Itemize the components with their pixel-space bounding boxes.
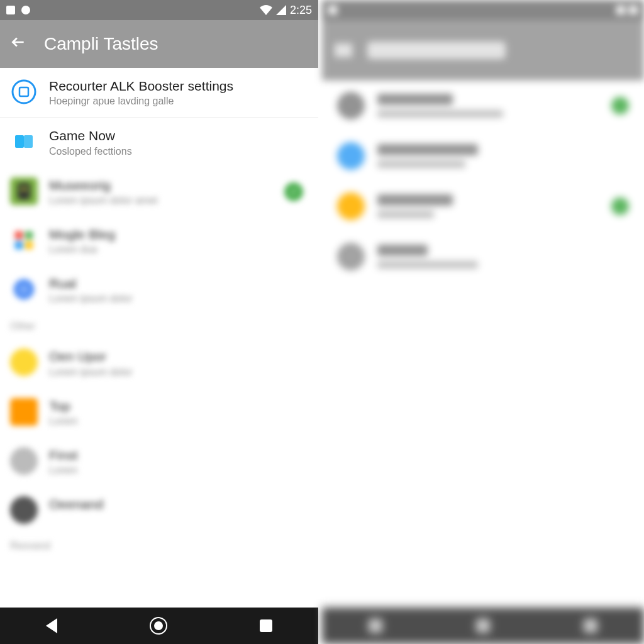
nav-back-button[interactable] [46, 618, 57, 633]
item-subtitle: Lorem dua [49, 244, 308, 255]
nav-bar [0, 608, 318, 644]
app-toolbar [322, 20, 644, 80]
svg-rect-3 [24, 135, 33, 148]
list-item[interactable]: Recourter ALK Booster settings Hoepingr … [0, 68, 318, 118]
check-badge-icon [611, 197, 629, 215]
item-title: Finst [49, 447, 308, 464]
section-header: Reovand [0, 534, 318, 558]
item-subtitle: Cosloped fecttions [49, 146, 308, 157]
app-icon [337, 192, 365, 220]
list-item[interactable] [322, 181, 644, 231]
item-subtitle: Lorem ipsum dolor [49, 293, 308, 304]
item-subtitle: Lorem [49, 416, 308, 427]
check-badge-icon [611, 97, 629, 114]
svg-rect-1 [19, 87, 28, 96]
nav-home-button[interactable] [150, 617, 167, 635]
check-badge-icon: ✓ [284, 182, 303, 201]
list-item[interactable]: Museeorig Lorem ipsum dolor amet ✓ [0, 167, 318, 216]
list-item[interactable] [322, 231, 644, 282]
list-item[interactable]: Top Lorem [0, 388, 318, 437]
nav-recent-button[interactable] [584, 619, 597, 633]
svg-rect-4 [18, 183, 30, 199]
item-title: Recourter ALK Booster settings [49, 78, 308, 94]
app-icon [337, 243, 365, 270]
svg-rect-2 [15, 135, 24, 148]
status-bar: 2:25 [0, 0, 318, 20]
wifi-icon [260, 5, 272, 15]
app-icon [10, 447, 38, 475]
page-title [367, 42, 506, 59]
app-icon [10, 275, 38, 303]
list-item[interactable]: Rual Lorem ipsum dolor [0, 265, 318, 314]
svg-rect-6 [25, 231, 33, 239]
app-icon [10, 398, 38, 426]
menu-icon[interactable] [335, 43, 352, 57]
booster-icon [10, 78, 38, 106]
item-subtitle: Hoepingr apue lavding galle [49, 96, 308, 107]
app-icon [337, 92, 365, 119]
status-notification-icon [6, 6, 15, 14]
page-title: Campli Tastles [44, 34, 158, 54]
nav-back-button[interactable] [369, 619, 382, 633]
settings-list [322, 80, 644, 608]
list-item[interactable]: Game Now Cosloped fecttions [0, 118, 318, 167]
app-icon [337, 142, 365, 170]
nav-bar [322, 608, 644, 644]
settings-list: Recourter ALK Booster settings Hoepingr … [0, 68, 318, 608]
item-title: Oeenand [49, 496, 308, 513]
nav-recent-button[interactable] [260, 619, 272, 632]
app-icon [10, 496, 38, 524]
app-icon [10, 177, 38, 205]
list-item[interactable]: Oeenand [0, 486, 318, 534]
item-subtitle: Lorem ipsum dolor [49, 367, 308, 378]
left-phone-screen: 2:25 Campli Tastles Recourter ALK Booste… [0, 0, 322, 644]
clock: 2:25 [290, 4, 312, 17]
svg-point-0 [13, 80, 35, 103]
status-notification-icon [21, 6, 30, 14]
svg-rect-7 [15, 242, 23, 249]
svg-rect-8 [25, 242, 33, 249]
list-item[interactable] [322, 80, 644, 131]
item-subtitle: Lorem [49, 465, 308, 476]
app-toolbar: Campli Tastles [0, 20, 318, 68]
item-title: Game Now [49, 128, 308, 144]
item-title: Top [49, 398, 308, 414]
item-title: Rual [49, 275, 308, 292]
back-arrow-icon[interactable] [10, 34, 26, 55]
list-item[interactable]: Mogle Bleg Lorem dua [0, 216, 318, 265]
app-icon [10, 348, 38, 376]
nav-home-button[interactable] [476, 619, 490, 633]
svg-rect-5 [15, 231, 23, 239]
item-subtitle: Lorem ipsum dolor amet [49, 195, 308, 206]
item-title: Museeorig [49, 177, 308, 194]
status-bar [322, 0, 644, 20]
list-item[interactable] [322, 131, 644, 181]
section-header: Other [0, 314, 318, 338]
signal-icon [276, 5, 286, 15]
right-phone-screen [322, 0, 644, 644]
app-icon [10, 226, 38, 254]
item-title: Oen Upor [49, 348, 308, 365]
item-title: Mogle Bleg [49, 226, 308, 243]
svg-point-11 [21, 286, 27, 292]
list-item[interactable]: Oen Upor Lorem ipsum dolor [0, 338, 318, 387]
list-item[interactable]: Finst Lorem [0, 437, 318, 486]
game-icon [10, 128, 38, 155]
